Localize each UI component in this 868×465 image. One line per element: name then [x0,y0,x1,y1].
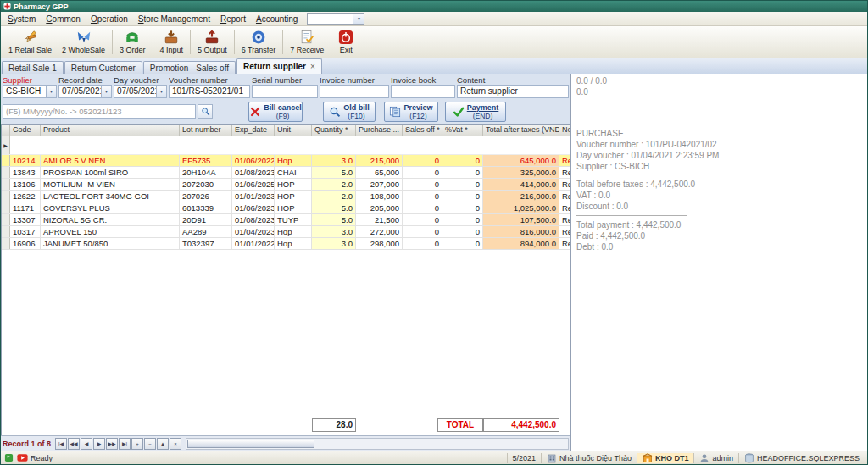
cell-unit[interactable]: Hop [275,226,312,237]
cell-quantity[interactable]: 3.0 [312,226,356,237]
field-input-serial-number[interactable] [252,85,318,98]
cell-code[interactable]: 13307 [10,214,41,225]
cell-sales-off[interactable]: 0 [403,191,442,202]
cell-vat[interactable]: 0 [442,226,483,237]
cell-total-after-taxes-vnd[interactable]: 216,000.0 [483,191,559,202]
grid-row-11171[interactable]: 11171COVERSYL PLUS601333901/06/2023HOP5.… [2,202,570,214]
cell-quantity[interactable]: 2.0 [312,191,356,202]
field-input-day-voucher[interactable]: 07/05/2021▼ [114,85,167,98]
cell-no[interactable]: Re [559,191,571,202]
menu-item-operation[interactable]: Operation [86,13,133,25]
cell-no[interactable]: Re [559,167,571,178]
youtube-icon[interactable] [17,453,28,462]
cell-total-after-taxes-vnd[interactable]: 107,500.0 [483,214,559,225]
cell-code[interactable]: 13843 [10,167,41,178]
cell-exp-date[interactable]: 01/08/2023 [232,167,275,178]
column-header-purchase[interactable]: Purchase ... [356,125,403,136]
cell-purchase[interactable]: 21,500 [356,214,403,225]
edit-record-button[interactable]: ▲ [157,438,169,450]
cell-purchase[interactable]: 215,000 [356,155,403,166]
menu-combobox[interactable]: ▼ [307,13,364,25]
cell-purchase[interactable]: 298,000 [356,238,403,249]
cell-vat[interactable]: 0 [442,155,483,166]
cell-exp-date[interactable]: 01/06/2023 [232,202,275,213]
cell-no[interactable]: Re [559,238,571,249]
toolbar-button-7-receive[interactable]: 7 Receive [285,28,329,57]
toolbar-button-exit[interactable]: Exit [333,28,359,57]
toolbar-button-4-input[interactable]: 4 Input [155,28,189,57]
grid-row-13106[interactable]: 13106MOTILIUM -M VIEN207203001/06/2025HO… [2,179,570,191]
cell-purchase[interactable]: 108,000 [356,191,403,202]
cell-unit[interactable]: Hop [275,155,312,166]
first-record-button[interactable]: |◀ [55,438,67,450]
horizontal-scrollbar[interactable] [186,438,569,450]
cell-unit[interactable]: HOP [275,191,312,202]
button-payment[interactable]: Payment(END) [445,102,506,122]
grid-row-10214[interactable]: 10214AMLOR 5 V NENEF573501/06/2022Hop3.0… [2,155,570,167]
cell-code[interactable]: 13106 [10,179,41,190]
cell-product[interactable]: AMLOR 5 V NEN [41,155,180,166]
column-header-product[interactable]: Product [41,125,180,136]
cell-total-after-taxes-vnd[interactable]: 816,000.0 [483,226,559,237]
scrollbar-thumb[interactable] [187,440,314,448]
field-input-invoice-book[interactable] [391,85,455,98]
cell-purchase[interactable]: 272,000 [356,226,403,237]
cell-unit[interactable]: HOP [275,202,312,213]
button-bill-cancel[interactable]: Bill cancel(F9) [248,102,303,122]
toolbar-button-5-output[interactable]: 5 Output [192,28,232,57]
cell-product[interactable]: COVERSYL PLUS [41,202,180,213]
grid-row-13843[interactable]: 13843PROSPAN 100ml SIRO20H104A01/08/2023… [2,167,570,179]
toolbar-button-1-retail-sale[interactable]: 1 Retail Sale [3,28,57,57]
field-input-record-date[interactable]: 07/05/2021▼ [58,85,112,98]
column-header-exp-date[interactable]: Exp_date [232,125,275,136]
cell-no[interactable]: Re [559,179,571,190]
cell-sales-off[interactable]: 0 [403,202,442,213]
cell-lot-number[interactable]: T032397 [180,238,232,249]
cell-lot-number[interactable]: 20H104A [180,167,232,178]
cell-vat[interactable]: 0 [442,202,483,213]
cell-sales-off[interactable]: 0 [403,238,442,249]
cell-sales-off[interactable]: 0 [403,214,442,225]
tab-return-customer[interactable]: Return Customer [64,61,142,74]
button-preview[interactable]: Preview(F12) [384,102,438,122]
tab-return-supplier[interactable]: Return supplier× [236,58,322,74]
cancel-edit-button[interactable]: × [170,438,181,450]
cell-vat[interactable]: 0 [442,179,483,190]
cell-product[interactable]: MOTILIUM -M VIEN [41,179,180,190]
menu-item-store-management[interactable]: Store Management [133,13,215,25]
toolbar-button-6-transfer[interactable]: 6 Transfer [236,28,281,57]
grid-insert-row[interactable]: ▶ [2,136,570,155]
cell-unit[interactable]: HOP [275,179,312,190]
cell-product[interactable]: NIZORAL 5G CR. [41,214,180,225]
cell-code[interactable]: 16906 [10,238,41,249]
cell-vat[interactable]: 0 [442,167,483,178]
menu-item-accounting[interactable]: Accounting [251,13,303,25]
menu-item-common[interactable]: Common [41,13,86,25]
cell-purchase[interactable]: 65,000 [356,167,403,178]
prev-page-button[interactable]: ◀◀ [68,438,80,450]
cell-total-after-taxes-vnd[interactable]: 1,025,000.0 [483,202,559,213]
cell-exp-date[interactable]: 01/04/2023 [232,226,275,237]
toolbar-button-3-order[interactable]: 3 Order [114,28,151,57]
last-record-button[interactable]: ▶| [119,438,131,450]
menu-item-system[interactable]: System [3,13,41,25]
voucher-search-input[interactable]: (F5) MMyyyy/No. -> 052021/123 [3,104,196,119]
cell-exp-date[interactable]: 01/01/2022 [232,238,275,249]
column-header-vat[interactable]: %Vat * [442,125,483,136]
cell-quantity[interactable]: 5.0 [312,214,356,225]
cell-product[interactable]: APROVEL 150 [41,226,180,237]
cell-product[interactable]: JANUMET 50/850 [41,238,180,249]
cell-purchase[interactable]: 207,000 [356,179,403,190]
prev-record-button[interactable]: ◀ [81,438,92,450]
cell-lot-number[interactable]: 20D91 [180,214,232,225]
cell-sales-off[interactable]: 0 [403,226,442,237]
delete-record-button[interactable]: − [144,438,156,450]
cell-lot-number[interactable]: 6013339 [180,202,232,213]
column-header-sales-off[interactable]: Sales off * [403,125,442,136]
cell-sales-off[interactable]: 0 [403,167,442,178]
column-header-quantity[interactable]: Quantity * [312,125,356,136]
field-input-invoice-number[interactable] [320,85,389,98]
grid-row-16906[interactable]: 16906JANUMET 50/850T03239701/01/2022Hop3… [2,238,570,250]
column-header-unit[interactable]: Unit [275,125,312,136]
cell-code[interactable]: 12622 [10,191,41,202]
